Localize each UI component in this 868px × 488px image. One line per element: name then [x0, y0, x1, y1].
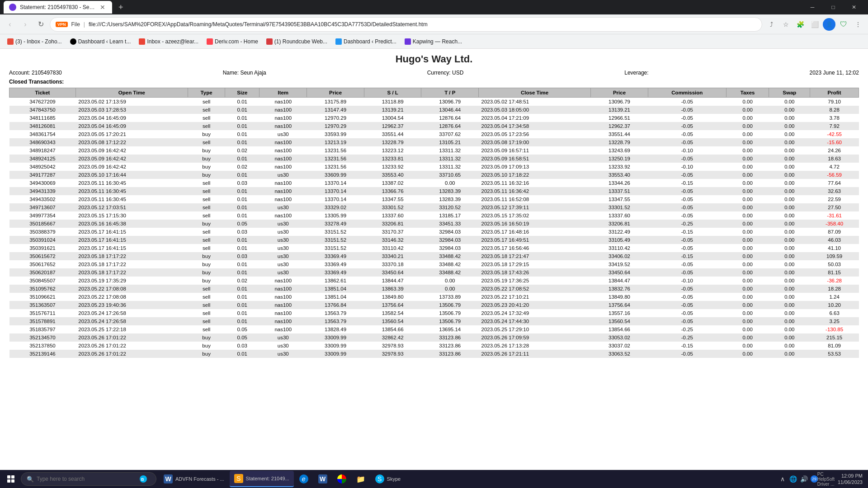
bookmark-roundcube[interactable]: (1) Roundcube Web...: [263, 36, 331, 47]
table-cell: 13175.89: [307, 98, 364, 106]
table-cell: 0.00: [769, 277, 810, 285]
forward-button[interactable]: ›: [19, 18, 32, 31]
table-cell: -0.15: [648, 342, 726, 350]
table-cell: -0.10: [648, 146, 726, 155]
table-cell: 0.02: [225, 163, 259, 171]
table-cell: 13849.80: [591, 293, 648, 301]
browser-menu-icon[interactable]: ⋮: [852, 18, 864, 31]
table-cell: 0.00: [726, 236, 769, 244]
table-cell: 33609.99: [307, 171, 364, 179]
table-cell: 0.00: [726, 220, 769, 228]
table-cell: -56.59: [810, 171, 859, 179]
table-cell: 2023.05.23 20:41:20: [479, 301, 591, 309]
table-cell: nas100: [259, 211, 307, 220]
table-cell: 347843750: [9, 106, 76, 114]
window-controls: ─ □ ✕: [802, 0, 864, 14]
bookmark-dashboard[interactable]: Dashboard ‹ Predict...: [332, 36, 400, 47]
table-row: 3489241252023.05.09 16:42:42buy0.01nas10…: [9, 155, 859, 163]
name-section: Name: Seun Ajaja: [223, 70, 266, 76]
account-name: Seun Ajaja: [240, 70, 266, 76]
extension-puzzle-icon[interactable]: 🧩: [794, 18, 807, 31]
bookmark-zoho[interactable]: (3) - Inbox - Zoho...: [4, 36, 66, 47]
table-cell: 33301.52: [364, 203, 421, 211]
table-cell: 352139146: [9, 350, 76, 358]
table-cell: 351095762: [9, 285, 76, 293]
table-cell: 0.01: [225, 317, 259, 325]
table-cell: 0.00: [769, 350, 810, 358]
tab-close-button[interactable]: ✕: [99, 3, 107, 11]
table-cell: -0.05: [648, 309, 726, 317]
table-cell: -0.05: [648, 195, 726, 203]
table-cell: 350391024: [9, 236, 76, 244]
table-cell: -42.55: [810, 130, 859, 138]
col-close-price: Price: [591, 88, 648, 98]
currency-label: Currency:: [427, 70, 451, 76]
table-cell: buy: [188, 130, 225, 138]
table-cell: 22.59: [810, 195, 859, 203]
table-cell: 33206.81: [364, 220, 421, 228]
address-input[interactable]: VPN File | file:///C:/Users/SAM%20FOREX/…: [50, 17, 762, 32]
table-cell: 2023.05.24 17:26:58: [75, 317, 188, 325]
browser-sidebar-icon[interactable]: ⬜: [808, 18, 821, 31]
table-cell: 2023.05.04 17:21:09: [479, 114, 591, 122]
table-cell: -0.10: [648, 163, 726, 171]
table-cell: 32978.93: [364, 350, 421, 358]
table-cell: -0.05: [648, 285, 726, 293]
bookmark-star-icon[interactable]: ☆: [779, 18, 792, 31]
table-cell: nas100: [259, 293, 307, 301]
address-bar-actions: ⤴ ☆ 🧩 ⬜ 👤 🛡 ⋮: [765, 18, 864, 31]
table-cell: 33123.86: [421, 333, 479, 342]
currency-value: USD: [452, 70, 463, 76]
table-cell: 0.00: [769, 114, 810, 122]
table-cell: sell: [188, 301, 225, 309]
tab-favicon: [9, 4, 16, 11]
table-cell: 0.01: [225, 195, 259, 203]
table-cell: 0.00: [726, 301, 769, 309]
table-cell: 2023.05.25 17:29:10: [479, 325, 591, 333]
back-button[interactable]: ‹: [4, 18, 16, 31]
table-cell: us30: [259, 244, 307, 252]
close-button[interactable]: ✕: [844, 0, 864, 14]
table-cell: 0.00: [726, 138, 769, 146]
table-cell: 0.00: [769, 342, 810, 350]
table-row: 3481260812023.05.04 16:45:09sell0.01nas1…: [9, 122, 859, 130]
gmail-favicon: [139, 38, 145, 45]
table-row: 3513635072023.05.23 19:40:36sell0.01nas1…: [9, 301, 859, 309]
bookmark-gmail[interactable]: Inbox - azeez@lear...: [135, 36, 202, 47]
profile-icon[interactable]: 👤: [823, 18, 835, 31]
bookmark-deriv[interactable]: Deriv.com - Home: [203, 36, 262, 47]
table-cell: 0.01: [225, 138, 259, 146]
share-icon[interactable]: ⤴: [765, 18, 778, 31]
address-url: file:///C:/Users/SAM%20FOREX/AppData/Roa…: [89, 21, 756, 28]
table-cell: 2023.05.02 17:48:51: [479, 98, 591, 106]
table-cell: 33120.52: [421, 203, 479, 211]
table-cell: 0.05: [225, 220, 259, 228]
reload-button[interactable]: ↻: [34, 18, 47, 31]
col-taxes: Taxes: [726, 88, 769, 98]
maximize-button[interactable]: □: [823, 0, 844, 14]
bookmark-learn[interactable]: Dashboard ‹ Learn t...: [66, 36, 135, 47]
browser-tab[interactable]: Statement: 2105497830 - Seun A... ✕: [4, 1, 112, 14]
table-cell: 0.00: [769, 106, 810, 114]
table-cell: 0.03: [225, 179, 259, 187]
table-cell: 349430069: [9, 179, 76, 187]
table-cell: 13733.89: [421, 293, 479, 301]
table-cell: 0.02: [225, 146, 259, 155]
minimize-button[interactable]: ─: [802, 0, 823, 14]
new-tab-button[interactable]: +: [116, 3, 126, 12]
table-cell: 2023.05.26 17:21:11: [479, 350, 591, 358]
table-cell: 33707.62: [421, 130, 479, 138]
table-row: 3510966212023.05.22 17:08:08sell0.01nas1…: [9, 293, 859, 301]
table-cell: 2023.05.24 17:26:58: [75, 309, 188, 317]
bookmark-kapwing[interactable]: Kapwing — Reach...: [401, 36, 466, 47]
table-cell: 348111685: [9, 114, 76, 122]
table-cell: 0.05: [225, 333, 259, 342]
table-cell: 33419.52: [591, 260, 648, 268]
table-cell: 0.00: [726, 309, 769, 317]
table-cell: nas100: [259, 277, 307, 285]
table-cell: us30: [259, 228, 307, 236]
table-cell: 33009.99: [307, 342, 364, 350]
security-shield-icon[interactable]: 🛡: [837, 18, 850, 31]
table-cell: 13305.99: [307, 211, 364, 220]
table-cell: 0.00: [769, 236, 810, 244]
